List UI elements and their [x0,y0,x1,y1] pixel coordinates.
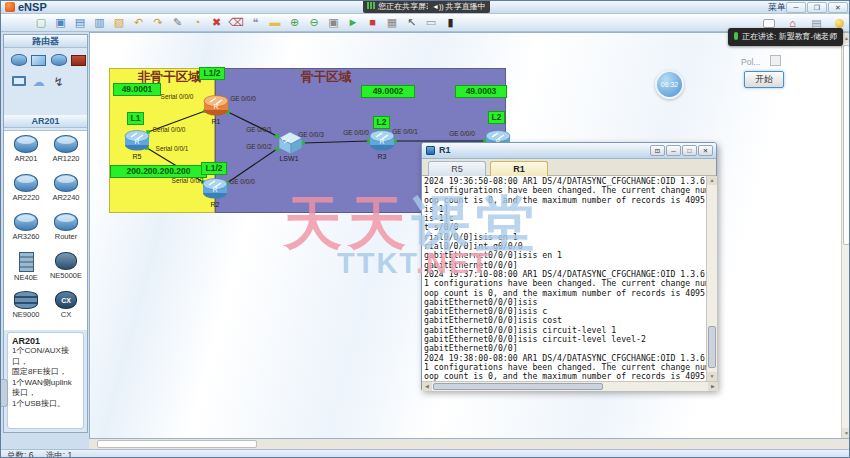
delete-icon[interactable]: ✖ [209,15,225,30]
device-icon [14,135,38,153]
router-category-icon[interactable] [9,52,28,69]
screen-sharing-badge: 您正在共享屏幕 [363,1,438,13]
canvas-horizontal-scrollbar[interactable] [89,439,850,449]
device-ne40e[interactable]: NE40E [6,252,46,282]
status-total: 总数: 6 [7,450,33,458]
description-line: 固定8FE接口， [12,367,79,378]
eraser-icon[interactable]: ⌫ [228,15,244,30]
console-tab-r5[interactable]: R5 [428,161,486,176]
device-ar2220[interactable]: AR2220 [6,174,46,202]
device-sidebar: 路由器 ☁↯ AR201 AR201AR1220AR2220AR2240AR32… [3,34,88,433]
console-tab-bar: R5R1 [422,159,716,176]
device-label: Router [46,232,86,241]
catalog-title[interactable]: 路由器 [4,35,87,48]
console-title-bar[interactable]: R1 ⊡─□✕ [422,143,716,159]
mini-switch-shape [31,55,46,66]
title-bar: eNSP 您正在共享屏幕 ◄))共享直播中 菜单 ▾ ─ ❐ ✕ [1,1,850,14]
console-scroll-right-icon[interactable]: ▶ [708,382,718,391]
panel-cropped-label: Pol... [741,57,760,67]
firewall-category-icon[interactable] [69,52,88,69]
data-capture-icon[interactable]: ▦ [384,15,400,30]
device-link-category-icon[interactable]: ↯ [49,74,68,91]
link-shape: ↯ [49,74,68,91]
console-scroll-left-icon[interactable]: ◀ [422,382,432,391]
selection-box-icon[interactable]: ▭ [423,15,439,30]
device-router[interactable]: Router [46,213,86,241]
main-toolbar: ▢▣▤▥▧↶↷✎◔✖⌫❝▬⊕⊖▣►■▦↖▭▮ [1,14,850,32]
scroll-down-icon[interactable]: ▼ [842,428,850,438]
mini-monitor-shape [12,76,26,86]
pointer-mode-icon[interactable]: ↖ [404,15,420,30]
description-line: 1个WAN侧uplink接口， [12,378,79,399]
console-line: is-1]c [424,214,706,223]
console-line: is 1] [424,205,706,214]
open-topology-icon[interactable]: ▣ [53,15,69,30]
recording-timer-bubble[interactable]: 06:32 [655,70,684,99]
device-label: NE40E [6,273,46,282]
console-horizontal-scrollbar[interactable]: ◀ ▶ [422,381,718,391]
open-folder-icon[interactable]: ▧ [111,15,127,30]
console-maximize-button[interactable]: □ [682,145,697,156]
canvas-vscroll-thumb[interactable] [843,45,850,245]
speaker-icon: ◄)) [432,3,444,10]
device-description: AR201 1个CON/AUX接口，固定8FE接口，1个WAN侧uplink接口… [7,332,84,429]
terminal-category-icon[interactable] [9,74,28,91]
text-note-icon[interactable]: ▬ [267,15,283,30]
scroll-up-icon[interactable]: ▲ [842,33,850,43]
color-palette-icon[interactable]: ◔ [189,15,205,30]
new-topology-icon[interactable]: ▢ [33,15,49,30]
zoom-out-icon[interactable]: ⊖ [306,15,322,30]
console-output[interactable]: 2024 19:36:50-08:00 AR1 DS/4/DATASYNC_CF… [422,176,706,381]
wlan-category-icon[interactable] [49,52,68,69]
device-ne5000e[interactable]: NE5000E [46,252,86,280]
minimize-button[interactable]: ─ [786,2,806,13]
device-icon: CX [55,291,77,309]
device-icon [14,291,38,309]
console-vscroll-thumb[interactable] [708,326,716,368]
save-topology-icon[interactable]: ▤ [72,15,88,30]
console-tab-r1[interactable]: R1 [490,161,548,176]
remark-icon[interactable]: ❝ [248,15,264,30]
group-title[interactable]: AR201 [4,115,87,128]
device-ar3260[interactable]: AR3260 [6,213,46,241]
console-minimize-button[interactable]: ─ [666,145,681,156]
console-close-button[interactable]: ✕ [698,145,713,156]
actual-size-icon[interactable]: ▣ [326,15,342,30]
canvas-vertical-scrollbar[interactable]: ▲ ▼ [841,33,850,438]
app-title: eNSP [18,1,47,14]
zoom-in-icon[interactable]: ⊕ [287,15,303,30]
mini-router-shape [51,54,67,66]
cloud-category-icon[interactable]: ☁ [29,74,48,91]
save-as-icon[interactable]: ▥ [92,15,108,30]
description-title: AR201 [12,336,79,346]
device-cx[interactable]: CXCX [46,291,86,319]
console-scroll-down-icon[interactable]: ▼ [707,372,717,381]
sidebar-collapse-handle[interactable] [1,379,8,407]
undo-icon[interactable]: ↶ [131,15,147,30]
panel-checkbox[interactable] [770,55,781,66]
device-ne9000[interactable]: NE9000 [6,291,46,319]
canvas-hscroll-thumb[interactable] [97,440,257,448]
console-hscroll-thumb[interactable] [433,383,603,390]
stop-devices-icon[interactable]: ■ [365,15,381,30]
start-button[interactable]: 开始 [744,71,784,88]
console-icon [426,146,435,155]
device-ar1220[interactable]: AR1220 [46,135,86,163]
device-label: NE9000 [6,310,46,319]
console-scroll-up-icon[interactable]: ▲ [707,176,717,185]
console-pin-button[interactable]: ⊡ [650,145,665,156]
device-icon [54,135,78,153]
switch-category-icon[interactable] [29,52,48,69]
close-button[interactable]: ✕ [828,2,848,13]
console-line: oop count is 0, and the maximum number o… [424,372,706,381]
start-devices-icon[interactable]: ► [345,15,361,30]
redo-icon[interactable]: ↷ [150,15,166,30]
device-ar2240[interactable]: AR2240 [46,174,86,202]
device-icon [54,213,78,231]
console-icon[interactable]: ▮ [443,15,459,30]
draw-pen-icon[interactable]: ✎ [170,15,186,30]
narrating-tooltip: 正在讲述: 新盟教育-储老师 [728,28,843,46]
device-ar201[interactable]: AR201 [6,135,46,163]
maximize-button[interactable]: ❐ [807,2,827,13]
console-vertical-scrollbar[interactable]: ▲ ▼ [706,176,717,381]
